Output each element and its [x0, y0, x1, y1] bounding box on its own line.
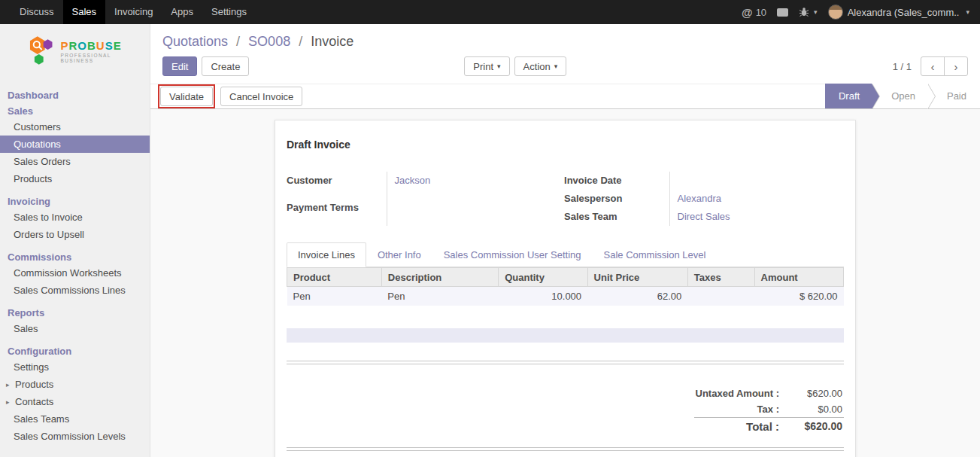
tab-invoice-lines[interactable]: Invoice Lines	[287, 242, 366, 267]
pager-next-button[interactable]: ›	[944, 56, 968, 76]
logo-text: PROBUSE PROFESSIONAL BUSINESS	[60, 39, 145, 63]
payment-terms-value[interactable]	[387, 199, 554, 226]
app-logo: PROBUSE PROFESSIONAL BUSINESS	[0, 24, 150, 81]
salesperson-value[interactable]: Alexandra	[669, 190, 844, 208]
cell-amount: $ 620.00	[754, 287, 843, 306]
sidebar-item-sales-commissions-lines[interactable]: Sales Commissions Lines	[0, 282, 150, 299]
breadcrumb-separator: /	[236, 34, 240, 49]
invoice-date-value[interactable]	[669, 172, 844, 190]
form-content-area: Draft Invoice Customer Jackson Payment T…	[150, 109, 980, 457]
tax-row: Tax : $0.00	[694, 401, 844, 418]
sidebar-item-settings[interactable]: Settings	[0, 358, 150, 376]
col-header-quantity[interactable]: Quantity	[499, 268, 587, 287]
topmenu-invoicing[interactable]: Invoicing	[105, 0, 162, 24]
col-header-taxes[interactable]: Taxes	[687, 268, 754, 287]
sales-team-label: Sales Team	[564, 208, 669, 226]
payment-terms-label: Payment Terms	[287, 199, 387, 226]
invoice-date-label: Invoice Date	[564, 172, 669, 190]
topmenu-discuss[interactable]: Discuss	[11, 0, 63, 24]
field-groups: Customer Jackson Payment Terms Invoice D…	[287, 172, 844, 226]
cell-product: Pen	[287, 287, 382, 306]
probuse-logo-icon	[27, 35, 55, 68]
invoice-sheet: Draft Invoice Customer Jackson Payment T…	[275, 120, 856, 457]
invoice-lines-table: Product Description Quantity Unit Price …	[287, 267, 844, 306]
cell-quantity: 10.000	[499, 287, 587, 306]
validate-button[interactable]: Validate	[160, 87, 213, 106]
tab-sale-commission-level[interactable]: Sale Commission Level	[593, 242, 718, 267]
sidebar-item-sales-orders[interactable]: Sales Orders	[0, 153, 150, 170]
control-panel: Edit Create Print ▾ Action ▾ 1 / 1 ‹ ›	[150, 53, 980, 84]
topmenu-sales[interactable]: Sales	[63, 0, 106, 24]
salesperson-label: Salesperson	[564, 190, 669, 208]
sidebar-heading-sales[interactable]: Sales	[0, 104, 150, 118]
status-draft[interactable]: Draft	[825, 84, 872, 108]
sidebar-item-sales-teams[interactable]: Sales Teams	[0, 410, 150, 428]
expand-caret-icon[interactable]: ▸	[6, 381, 12, 388]
chat-icon[interactable]	[777, 8, 788, 17]
action-dropdown[interactable]: Action ▾	[514, 56, 567, 76]
cancel-invoice-button[interactable]: Cancel Invoice	[220, 87, 302, 106]
breadcrumb-separator: /	[299, 34, 302, 49]
mentions-counter[interactable]: @ 10	[742, 6, 766, 19]
tab-other-info[interactable]: Other Info	[366, 242, 432, 267]
topmenu-settings[interactable]: Settings	[202, 0, 256, 24]
total-label: Total :	[694, 417, 790, 435]
sidebar-item-config-products[interactable]: ▸Products	[0, 376, 150, 393]
sidebar-item-customers[interactable]: Customers	[0, 118, 150, 136]
topmenu-apps[interactable]: Apps	[162, 0, 202, 24]
brand-name: PROBUSE	[60, 39, 145, 52]
tab-sales-commission-user-setting[interactable]: Sales Commission User Setting	[432, 242, 593, 267]
sidebar-item-products[interactable]: Products	[0, 170, 150, 187]
caret-down-icon: ▾	[966, 8, 969, 16]
total-value: $620.00	[790, 417, 844, 435]
untaxed-row: Untaxed Amount : $620.00	[694, 385, 844, 401]
notebook-tabs: Invoice Lines Other Info Sales Commissio…	[287, 242, 844, 267]
customer-value[interactable]: Jackson	[387, 172, 554, 199]
user-menu[interactable]: Alexandra (Sales_comm.. ▾	[828, 5, 969, 20]
customer-label: Customer	[287, 172, 387, 199]
user-name: Alexandra (Sales_comm..	[848, 7, 960, 18]
breadcrumb: Quotations / SO008 / Invoice	[150, 24, 980, 53]
sidebar-item-orders-to-upsell[interactable]: Orders to Upsell	[0, 226, 150, 243]
print-dropdown[interactable]: Print ▾	[464, 56, 509, 76]
cell-unit-price: 62.00	[587, 287, 687, 306]
pager-counter: 1 / 1	[893, 61, 912, 72]
debug-menu[interactable]: ▾	[799, 7, 818, 17]
sidebar-item-quotations[interactable]: Quotations	[0, 136, 150, 153]
sidebar-item-reports-sales[interactable]: Sales	[0, 320, 150, 337]
sidebar-item-commission-worksheets[interactable]: Commission Worksheets	[0, 264, 150, 282]
cell-description: Pen	[381, 287, 498, 306]
sidebar-heading-invoicing[interactable]: Invoicing	[0, 194, 150, 209]
col-header-product[interactable]: Product	[287, 268, 382, 287]
total-row: Total : $620.00	[694, 417, 844, 435]
breadcrumb-quotations[interactable]: Quotations	[162, 34, 228, 49]
caret-down-icon: ▾	[497, 62, 501, 70]
sidebar-item-sales-to-invoice[interactable]: Sales to Invoice	[0, 209, 150, 226]
sidebar-heading-configuration[interactable]: Configuration	[0, 344, 150, 358]
col-header-amount[interactable]: Amount	[754, 268, 843, 287]
user-avatar	[828, 5, 843, 20]
sidebar-item-config-contacts[interactable]: ▸Contacts	[0, 393, 150, 410]
sidebar-heading-reports[interactable]: Reports	[0, 306, 150, 320]
annotation-highlight-box: Validate	[158, 84, 215, 108]
at-icon: @	[742, 6, 753, 19]
edit-button[interactable]: Edit	[162, 56, 197, 76]
sidebar-item-sales-commission-levels[interactable]: Sales Commission Levels	[0, 428, 150, 445]
breadcrumb-so008[interactable]: SO008	[248, 34, 290, 49]
sidebar-heading-commissions[interactable]: Commissions	[0, 250, 150, 264]
sidebar-heading-dashboard[interactable]: Dashboard	[0, 88, 150, 102]
sales-team-value[interactable]: Direct Sales	[669, 208, 844, 226]
pager-previous-button[interactable]: ‹	[921, 56, 945, 76]
section-separator	[287, 361, 844, 364]
bug-icon	[799, 7, 809, 17]
status-open[interactable]: Open	[872, 84, 927, 108]
mention-count: 10	[756, 7, 766, 18]
col-header-unit-price[interactable]: Unit Price	[587, 268, 687, 287]
brand-tagline: PROFESSIONAL BUSINESS	[60, 53, 145, 63]
cell-taxes	[687, 287, 754, 306]
col-header-description[interactable]: Description	[381, 268, 498, 287]
expand-caret-icon[interactable]: ▸	[6, 398, 12, 406]
create-button[interactable]: Create	[202, 56, 249, 76]
invoice-line-row[interactable]: Pen Pen 10.000 62.00 $ 620.00	[287, 287, 844, 306]
untaxed-amount-label: Untaxed Amount :	[694, 385, 790, 401]
